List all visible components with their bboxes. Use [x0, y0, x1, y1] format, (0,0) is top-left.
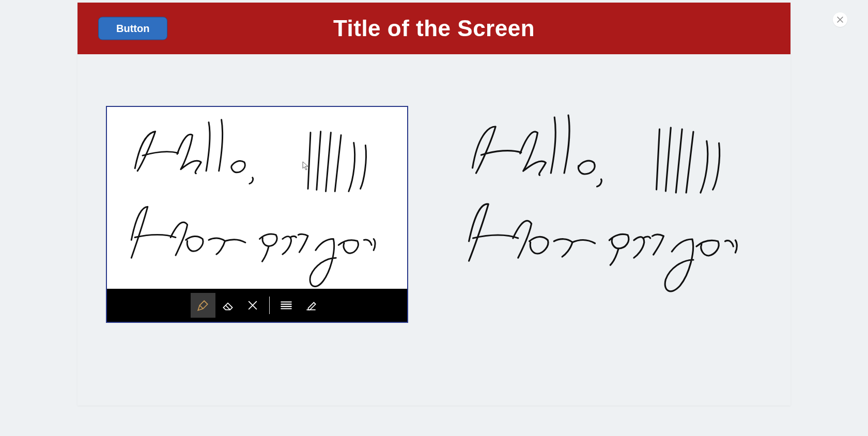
app-window: Button Title of the Screen	[78, 3, 791, 406]
clear-tool-button[interactable]	[240, 293, 265, 318]
signature-canvas-right	[444, 106, 762, 323]
clear-tool-icon	[247, 300, 258, 311]
lines-tool-icon	[280, 299, 293, 312]
close-icon	[837, 17, 843, 23]
header-button[interactable]: Button	[98, 17, 167, 40]
signature-toolbar	[107, 289, 407, 322]
pen-tool-button[interactable]	[191, 293, 215, 318]
edit-tool-button[interactable]	[299, 293, 323, 318]
eraser-tool-button[interactable]	[215, 293, 240, 318]
content-area	[78, 54, 791, 406]
signature-input-panel[interactable]	[106, 106, 408, 323]
page-title: Title of the Screen	[333, 15, 535, 41]
lines-tool-button[interactable]	[274, 293, 299, 318]
close-button[interactable]	[833, 12, 847, 27]
toolbar-separator	[269, 297, 270, 314]
edit-tool-icon	[304, 299, 318, 312]
eraser-tool-icon	[221, 299, 235, 312]
signature-preview-panel	[444, 106, 762, 323]
header-bar: Button Title of the Screen	[78, 3, 791, 54]
pen-tool-icon	[196, 299, 210, 312]
